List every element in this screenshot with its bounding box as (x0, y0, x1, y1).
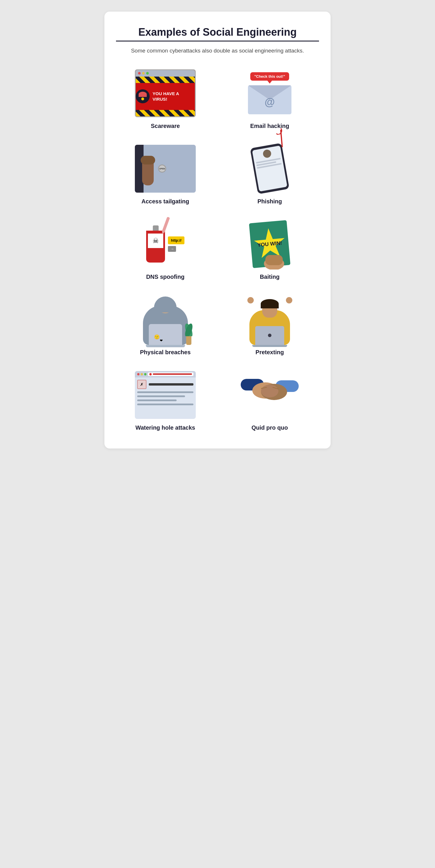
alarm-bottom (141, 97, 144, 100)
phone-shape (250, 143, 289, 194)
browser-bar (135, 371, 196, 377)
browser-row1: ✗ (137, 380, 193, 389)
item-baiting: YOU WIN! Baiting (220, 219, 319, 280)
url-area: http:// → (168, 237, 184, 252)
fist-right (286, 297, 292, 304)
error-dot (149, 373, 152, 375)
hacker-figure: 🙂 ❤ (138, 293, 193, 345)
person-body (249, 310, 290, 345)
label-pretexting: Pretexting (255, 349, 284, 356)
smiley-sticker: 🙂 (154, 334, 160, 340)
plant (186, 331, 191, 345)
label-baiting: Baiting (260, 274, 280, 280)
bottle-neck (153, 225, 159, 230)
door-box: OPEN (135, 145, 196, 193)
door-handle-area: OPEN (158, 164, 166, 173)
phishing-box (254, 145, 286, 192)
bdot-green (144, 373, 147, 375)
phone-screen (252, 146, 287, 192)
plant-leaves-svg (182, 319, 196, 336)
tailgating-illustration: OPEN (133, 143, 197, 194)
email-box: "Check this out!" @ (248, 72, 291, 114)
items-grid: YOU HAVE A VIRUS! Scareware "Check this … (116, 68, 319, 431)
url-bar (148, 372, 193, 376)
door-knob: OPEN (158, 164, 166, 173)
url-box: http:// (168, 237, 184, 244)
browser-dots (137, 373, 147, 375)
scareware-stripe-top (136, 76, 195, 83)
item-access-tailgating: OPEN Access tailgating (116, 143, 215, 205)
browser-content: ✗ (135, 377, 196, 408)
item-quid-pro-quo: Quid pro quo (220, 370, 319, 431)
item-pretexting: Pretexting (220, 294, 319, 356)
virus-text: YOU HAVE A VIRUS! (153, 91, 195, 102)
handshake-box (241, 371, 299, 419)
env-at: @ (265, 96, 275, 108)
label-email-hacking: Email hacking (250, 123, 289, 129)
content-line-3 (137, 400, 177, 401)
item-email-hacking: "Check this out!" @ Email hacking (220, 68, 319, 129)
holding-hand-svg (262, 249, 286, 270)
pretexting-figure (243, 294, 297, 345)
hacker-body: 🙂 ❤ (143, 306, 188, 345)
email-illustration: "Check this out!" @ (238, 68, 302, 119)
laptop-camera (268, 334, 272, 337)
label-tailgating: Access tailgating (142, 198, 189, 205)
alarm-circle (136, 89, 150, 103)
label-physical-breaches: Physical breaches (140, 349, 191, 356)
bottle-body: ☠ (146, 230, 165, 262)
broken-image-icon: ✗ (137, 380, 147, 389)
header-line (149, 383, 193, 385)
water-box: ✗ (135, 371, 196, 419)
content-line-1 (137, 391, 193, 393)
baiting-illustration: YOU WIN! (238, 219, 302, 270)
open-text: OPEN (159, 168, 165, 170)
scareware-stripe-bottom (136, 110, 195, 116)
watering-hole-illustration: ✗ (133, 370, 197, 421)
main-card: Examples of Social Engineering Some comm… (104, 11, 331, 448)
dot-red (138, 72, 141, 74)
scareware-box: YOU HAVE A VIRUS! (135, 69, 196, 117)
hacker-box: 🙂 ❤ (136, 294, 194, 345)
label-phishing: Phishing (257, 198, 282, 205)
label-dns-spoofing: DNS spoofing (146, 274, 184, 280)
url-line-bar (153, 373, 192, 375)
laptop-base-p (252, 345, 287, 347)
handshake-svg (241, 375, 299, 415)
fist-left (247, 297, 254, 304)
content-line-2 (137, 395, 185, 397)
label-quid-pro-quo: Quid pro quo (251, 425, 288, 431)
item-phishing: Phishing (220, 143, 319, 205)
quid-illustration (238, 370, 302, 421)
laptop-screen: 🙂 ❤ (149, 324, 182, 345)
url-text: http:// (171, 238, 181, 243)
phishing-illustration (238, 143, 302, 194)
label-scareware: Scareware (151, 123, 180, 129)
item-physical-breaches: 🙂 ❤ (116, 294, 215, 356)
phone-avatar (262, 149, 272, 158)
svg-point-10 (261, 385, 278, 398)
speech-bubble: "Check this out!" (250, 72, 289, 81)
dot-green (146, 72, 149, 74)
bait-box: YOU WIN! (251, 222, 288, 267)
bottle-container: ☠ (146, 225, 165, 262)
item-dns-spoofing: ☠ http:// → DNS spoofing (116, 219, 215, 280)
scareware-illustration: YOU HAVE A VIRUS! (133, 68, 197, 119)
physical-illustration: 🙂 ❤ (133, 294, 197, 345)
arrow-right: → (168, 246, 176, 252)
dns-box: ☠ http:// → (133, 225, 197, 262)
page-subtitle: Some common cyberattacks also double as … (116, 47, 319, 55)
pretexting-box (241, 294, 299, 345)
item-scareware: YOU HAVE A VIRUS! Scareware (116, 68, 215, 129)
dns-illustration: ☠ http:// → (133, 219, 197, 270)
bdot-red (137, 373, 139, 375)
heart-sticker: ❤ (160, 339, 163, 343)
laptop-base (146, 345, 185, 347)
scareware-top-bar (136, 70, 195, 76)
svg-rect-1 (141, 156, 155, 164)
hook-tip (275, 128, 283, 135)
dot-yellow (142, 72, 145, 74)
bdot-yellow (141, 373, 143, 375)
bottle-label: ☠ (148, 234, 163, 248)
person-hair (261, 299, 279, 308)
